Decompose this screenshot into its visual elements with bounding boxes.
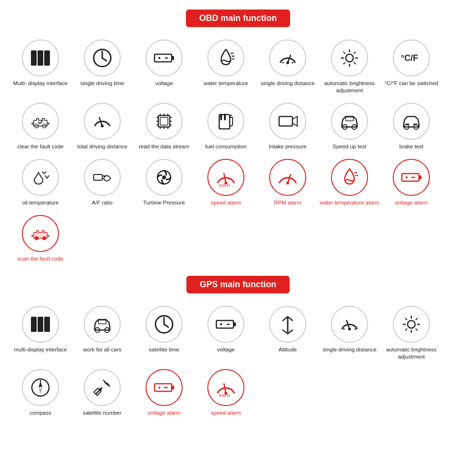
voltage-alarm-label: voltage alarm [395,199,427,206]
multi-display-label: Multi- display interface [13,80,68,87]
svg-line-24 [354,62,356,64]
gps-grid: multi-display interfacework for all cars… [5,306,471,425]
gps-satellite-time-label: satellite time [149,346,179,353]
total-driving-icon [84,103,121,140]
svg-rect-6 [155,54,172,62]
svg-line-102 [405,318,407,320]
gps-all-cars-label: work for all cars [83,346,122,353]
read-data-icon [146,103,183,140]
svg-rect-113 [172,386,174,389]
multi-display-icon [22,39,59,77]
svg-rect-71 [402,174,419,181]
feature-item-water-temp: water temperature [195,39,257,94]
single-driving-dist-label: single driving distance [261,80,314,87]
feature-item-clear-fault: clear the fault code [10,103,71,150]
gps-satellite-num-icon [84,369,121,406]
feature-item-gps-altitude: Altitude [257,306,319,360]
svg-rect-79 [38,317,43,332]
svg-rect-72 [419,175,421,179]
feature-item-gps-single-dist: single driving distance [319,306,380,360]
single-driving-time-icon [84,39,121,77]
svg-marker-51 [292,117,297,126]
single-driving-time-label: single driving time [80,80,124,87]
svg-rect-88 [233,322,236,326]
feature-item-cf-switch: °C/F°C/°F can be switched [380,39,442,94]
feature-item-gps-voltage-alarm: voltage alarm [133,369,195,417]
gps-altitude-icon [269,306,306,343]
svg-line-103 [416,329,418,330]
gps-voltage-alarm-icon [146,369,183,406]
gps-satellite-num-label: satellite number [83,409,121,417]
feature-item-turbine: Turbine Pressure [133,159,195,206]
feature-item-scan-fault: scan the fault code [10,215,71,262]
speed-alarm-icon: KM·H [207,159,244,196]
af-ratio-icon [84,159,121,196]
gps-satellite-time-icon [146,306,183,343]
svg-rect-59 [94,175,102,180]
gps-all-cars-icon [84,306,121,343]
svg-text:°C/F: °C/F [401,53,418,63]
feature-item-voltage: voltage [133,39,195,94]
feature-item-af-ratio: A/F ratio [71,159,133,206]
svg-line-25 [354,52,356,54]
svg-line-5 [102,58,107,61]
voltage-alarm-icon [393,159,430,196]
gps-brightness-label: automatic brightness adjustment [380,346,442,360]
water-temp-icon [207,39,244,77]
svg-point-111 [99,388,102,391]
feature-item-gps-speed-alarm: KM·Hspeed alarm [195,369,257,417]
svg-rect-83 [98,320,106,324]
gps-voltage-label: voltage [217,346,234,353]
feature-item-gps-satellite-num: satellite number [71,369,133,417]
svg-line-86 [164,324,168,327]
oil-temp-label: oil temperature [22,199,59,206]
scan-fault-icon [22,215,59,252]
feature-item-oil-temp: oil temperature [10,159,71,206]
gps-multi-display-icon [22,306,59,343]
svg-point-77 [42,236,46,240]
svg-rect-0 [31,50,37,66]
svg-rect-2 [44,50,50,66]
svg-rect-54 [346,117,353,121]
obd-title: OBD main function [186,10,290,27]
clear-fault-icon [22,103,59,140]
gps-speed-alarm-icon: KM·H [207,369,244,406]
svg-text:KM·H: KM·H [219,393,230,398]
feature-item-single-driving-dist: single driving distance [257,39,319,94]
water-temp-alarm-label: water temperature alarm [320,199,379,206]
feature-item-gps-compass: compass [10,369,71,417]
single-driving-dist-icon [269,39,306,77]
feature-item-read-data: read the data stream [133,103,195,150]
svg-point-15 [286,61,289,64]
gps-compass-icon [22,369,59,406]
gps-voltage-icon [207,306,244,343]
rpm-alarm-label: RPM alarm [274,199,301,206]
svg-rect-50 [279,117,292,126]
fuel-consumption-icon [207,103,244,140]
feature-item-fuel-consumption: fuel consumption [195,103,257,150]
svg-rect-1 [38,50,43,66]
svg-point-66 [286,182,289,185]
feature-item-speed-alarm: KM·Hspeed alarm [195,159,257,206]
feature-item-auto-brightness: automatic brightness adjustment [319,39,380,94]
speed-up-test-label: Speed up test [333,143,367,150]
gps-section: GPS main function multi-display interfac… [5,271,471,425]
feature-item-multi-display: Multi- display interface [10,39,71,94]
svg-point-61 [162,175,166,179]
feature-item-intake-pressure: Intake pressure [257,103,319,150]
svg-point-97 [408,321,415,328]
feature-item-rpm-alarm: RPM alarm [257,159,319,206]
gps-altitude-label: Altitude [279,346,297,353]
gps-compass-label: compass [29,409,51,417]
fuel-consumption-label: fuel consumption [205,143,247,150]
svg-line-23 [343,52,345,54]
feature-item-single-driving-time: single driving time [71,39,133,94]
svg-rect-87 [216,321,233,328]
obd-grid: Multi- display interfacesingle driving t… [5,39,471,271]
svg-rect-33 [160,117,168,125]
svg-marker-107 [39,381,42,388]
cf-switch-icon: °C/F [393,39,430,77]
voltage-label: voltage [155,80,173,87]
scan-fault-label: scan the fault code [18,255,64,262]
clear-fault-label: clear the fault code [17,143,63,150]
